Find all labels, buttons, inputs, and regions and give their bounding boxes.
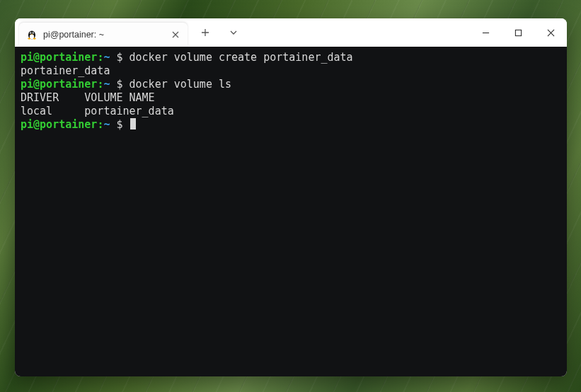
cursor bbox=[130, 118, 136, 129]
tab-dropdown-button[interactable] bbox=[224, 23, 243, 42]
close-button[interactable] bbox=[534, 18, 567, 47]
tux-icon bbox=[26, 29, 38, 40]
prompt-path: ~ bbox=[103, 51, 110, 64]
terminal-line: pi@portainer:~ $ docker volume create po… bbox=[21, 51, 561, 64]
terminal-output: local portainer_data bbox=[21, 105, 561, 118]
terminal-line: pi@portainer:~ $ docker volume ls bbox=[21, 78, 561, 91]
tab-close-button[interactable] bbox=[169, 28, 182, 41]
terminal-body[interactable]: pi@portainer:~ $ docker volume create po… bbox=[15, 47, 567, 376]
svg-point-6 bbox=[28, 38, 30, 40]
prompt-user-host: pi@portainer bbox=[21, 118, 97, 131]
terminal-output: DRIVER VOLUME NAME bbox=[21, 91, 561, 105]
prompt-symbol: $ bbox=[116, 118, 122, 131]
prompt-user-host: pi@portainer bbox=[21, 51, 97, 64]
svg-point-5 bbox=[33, 33, 33, 33]
terminal-output: portainer_data bbox=[21, 64, 561, 78]
maximize-button[interactable] bbox=[502, 18, 534, 47]
window-controls bbox=[469, 18, 567, 47]
prompt-path: ~ bbox=[103, 118, 110, 131]
svg-point-7 bbox=[33, 38, 36, 40]
tab-active[interactable]: pi@portainer: ~ bbox=[19, 23, 188, 47]
prompt-symbol: $ bbox=[116, 78, 122, 91]
window-titlebar[interactable]: pi@portainer: ~ bbox=[15, 18, 567, 47]
new-tab-button[interactable] bbox=[196, 23, 214, 42]
titlebar-actions bbox=[196, 18, 243, 47]
prompt-user-host: pi@portainer bbox=[21, 78, 97, 91]
svg-point-4 bbox=[30, 33, 31, 33]
terminal-window: pi@portainer: ~ pi@portainer:~ bbox=[15, 18, 567, 376]
prompt-symbol: $ bbox=[116, 51, 122, 64]
tab-title: pi@portainer: ~ bbox=[43, 30, 163, 40]
command-text: docker volume create portainer_data bbox=[130, 51, 353, 64]
svg-rect-8 bbox=[515, 30, 521, 35]
command-text: docker volume ls bbox=[130, 78, 232, 91]
minimize-button[interactable] bbox=[469, 18, 502, 47]
terminal-line: pi@portainer:~ $ bbox=[21, 118, 561, 132]
prompt-path: ~ bbox=[103, 78, 110, 91]
